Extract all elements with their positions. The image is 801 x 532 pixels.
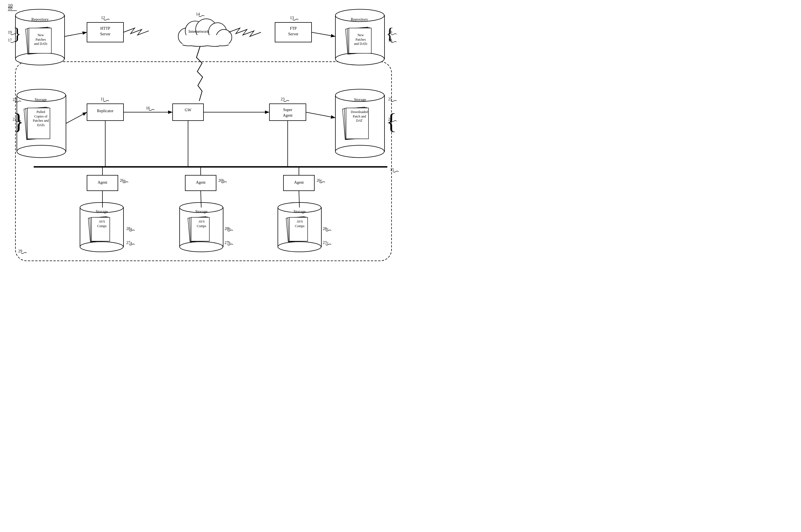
svg-text:24: 24 — [388, 117, 392, 121]
svg-text:26c: 26c — [316, 178, 322, 183]
storage-a-content: AVSComps — [89, 220, 114, 228]
storage-left-content: PulledCopies ofPatches andDATs — [28, 110, 54, 127]
svg-text:16: 16 — [146, 106, 150, 110]
storage-right-label: Storage — [342, 98, 378, 102]
svg-point-39 — [278, 242, 321, 252]
svg-text:22: 22 — [13, 98, 17, 102]
diagram: } } { { 10 19 17 12 14 13 20 18 11 — [0, 0, 401, 266]
svg-point-27 — [80, 242, 123, 252]
svg-text:13: 13 — [290, 16, 294, 20]
svg-line-58 — [65, 32, 87, 36]
svg-text:29: 29 — [18, 249, 22, 253]
internetwork-label: Internetwork — [182, 30, 216, 34]
repo-left-label: Repository — [22, 17, 57, 22]
svg-text:27c: 27c — [323, 241, 328, 245]
repo-left-content: NewPatchesand DATs — [30, 33, 52, 46]
svg-text:19: 19 — [8, 30, 12, 35]
svg-text:12: 12 — [101, 16, 105, 20]
storage-c-content: AVSComps — [287, 220, 312, 228]
svg-text:28c: 28c — [323, 227, 328, 231]
svg-point-9 — [335, 53, 384, 65]
svg-text:28b: 28b — [224, 227, 231, 231]
super-agent-label: SuperAgent — [271, 107, 305, 118]
agent-a-label: Agent — [89, 180, 116, 185]
storage-b-label: Storage — [184, 209, 219, 214]
svg-point-21 — [335, 145, 384, 158]
svg-text:28a: 28a — [126, 227, 132, 231]
http-server-label: HTTPServer — [89, 26, 121, 37]
svg-text:27a: 27a — [126, 241, 132, 245]
svg-text:21: 21 — [13, 117, 17, 121]
repo-right-label: Repository — [342, 17, 377, 22]
storage-right-content: DownloadedPatch andDAT — [346, 110, 373, 123]
svg-text:27b: 27b — [224, 241, 231, 245]
svg-text:26b: 26b — [218, 178, 224, 183]
storage-a-label: Storage — [84, 209, 119, 214]
svg-text:23: 23 — [281, 97, 285, 101]
replicator-label: Replicator — [89, 109, 121, 113]
agent-c-label: Agent — [286, 180, 312, 185]
svg-text:}: } — [13, 109, 24, 134]
storage-left-label: Storage — [22, 98, 59, 102]
svg-line-63 — [306, 112, 335, 118]
svg-text:26a: 26a — [120, 178, 126, 183]
repo-right-content: NewPatchesand DATs — [349, 33, 372, 46]
svg-text:18: 18 — [388, 38, 392, 42]
fig-number: 10 — [8, 3, 13, 8]
ftp-server-label: FTPServer — [277, 26, 309, 37]
svg-text:25: 25 — [388, 97, 392, 101]
svg-line-59 — [311, 32, 335, 36]
svg-point-33 — [180, 242, 223, 252]
svg-text:14: 14 — [196, 12, 200, 16]
agent-b-label: Agent — [187, 180, 214, 185]
storage-c-label: Storage — [282, 209, 317, 214]
svg-line-60 — [66, 112, 87, 124]
svg-text:20: 20 — [388, 30, 392, 35]
storage-b-content: AVSComps — [189, 220, 214, 228]
gw-label: GW — [177, 108, 199, 112]
svg-text:11: 11 — [101, 97, 104, 101]
svg-point-3 — [15, 53, 64, 65]
svg-point-15 — [17, 145, 66, 158]
svg-text:15: 15 — [390, 168, 394, 172]
svg-text:17: 17 — [8, 38, 12, 42]
